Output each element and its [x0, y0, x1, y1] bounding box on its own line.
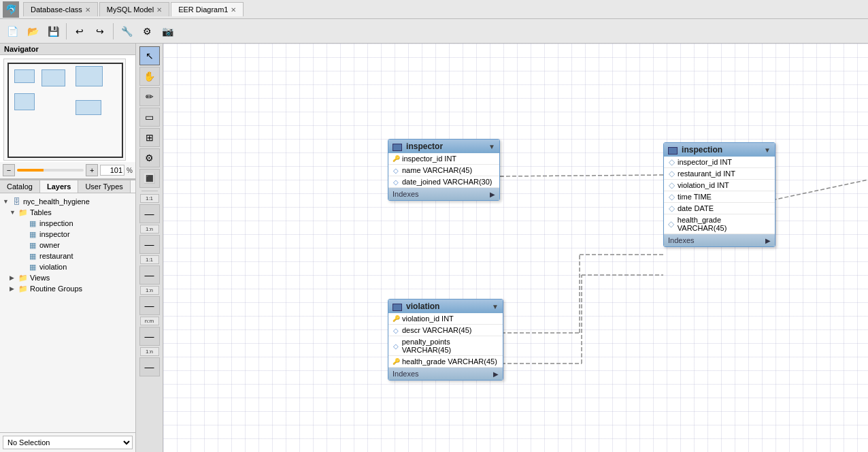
tool-palette: ↖ ✋ ✏ ▭ ⊞ ⚙ 🔳 1:1 — 1:n — 1:1 — 1:n — n:…: [136, 44, 163, 452]
redo-button[interactable]: ↪: [90, 22, 110, 41]
tab-database-class[interactable]: Database-class ✕: [23, 2, 98, 16]
layers-tab[interactable]: Layers: [40, 180, 78, 193]
rel-1-nc-tool[interactable]: —: [139, 357, 160, 376]
properties-button[interactable]: 🔧: [117, 22, 136, 41]
col-label: health_grade VARCHAR(45): [678, 216, 771, 232]
indexes-arrow: ▶: [765, 237, 771, 244]
col-time: ◇ time TIME: [664, 191, 775, 203]
table-header-violation[interactable]: violation ▼: [388, 300, 503, 313]
view-tool[interactable]: ⊞: [139, 128, 160, 147]
tab-eer-diagram[interactable]: EER Diagram1 ✕: [171, 2, 244, 16]
tree-inspector[interactable]: ▦ inspector: [0, 229, 135, 240]
selection-bar: No Selection: [0, 432, 135, 452]
tree-routine-groups[interactable]: ▶ 📁 Routine Groups: [0, 283, 135, 294]
expand-icon: ▼: [3, 198, 10, 205]
navigator-panel: Navigator − + 101 %: [0, 44, 135, 180]
zoom-bar: − + 101 %: [0, 162, 135, 179]
user-types-tab-label: User Types: [85, 182, 122, 191]
views-icon: 📁: [18, 273, 28, 282]
circle-icon: ◇: [668, 182, 675, 189]
table-expand-inspection[interactable]: ▼: [764, 146, 771, 154]
layer-tool[interactable]: 🔳: [139, 169, 160, 188]
tree-violation[interactable]: ▦ violation: [0, 261, 135, 272]
table-tool[interactable]: ▭: [139, 108, 160, 127]
indexes-label: Indexes: [393, 190, 419, 198]
tree-restaurant[interactable]: ▦ restaurant: [0, 251, 135, 261]
rel-1-nb-tool[interactable]: —: [139, 296, 160, 315]
connectors-layer: [163, 44, 868, 452]
tab-mysql-model[interactable]: MySQL Model ✕: [99, 2, 169, 16]
col-health-grade: ◇ health_grade VARCHAR(45): [664, 214, 775, 234]
expand-icon: ▼: [10, 209, 16, 216]
routine-tool[interactable]: ⚙: [139, 148, 160, 167]
indexes-label: Indexes: [668, 236, 695, 244]
selection-dropdown[interactable]: No Selection: [3, 436, 133, 449]
col-label: health_grade VARCHAR(45): [402, 357, 497, 366]
views-label: Views: [30, 274, 50, 282]
save-button[interactable]: 💾: [44, 22, 63, 41]
eraser-tool[interactable]: ✏: [139, 87, 160, 106]
col-label: restaurant_id INT: [678, 170, 735, 178]
tree-label: violation: [39, 263, 67, 271]
col-inspector-id: ◇ inspector_id INT: [664, 157, 775, 168]
tree-label: restaurant: [39, 252, 73, 260]
table-expand-violation[interactable]: ▼: [492, 303, 499, 310]
rel-1-n-tool[interactable]: —: [139, 235, 160, 254]
tab-close-icon[interactable]: ✕: [156, 6, 162, 14]
expand-icon: [19, 263, 26, 270]
rel-1-1b-tool[interactable]: —: [139, 265, 160, 285]
user-types-tab[interactable]: User Types: [78, 180, 130, 193]
indexes-arrow: ▶: [493, 370, 499, 378]
pan-tool[interactable]: ✋: [139, 67, 160, 86]
options-button[interactable]: ⚙: [137, 22, 156, 41]
tree-inspection[interactable]: ▦ inspection: [0, 218, 135, 229]
tree-owner[interactable]: ▦ owner: [0, 240, 135, 251]
col-name: ◇ name VARCHAR(45): [388, 165, 499, 176]
indexes-inspection[interactable]: Indexes ▶: [664, 234, 775, 246]
col-health-grade: 🔑 health_grade VARCHAR(45): [388, 356, 503, 368]
layers-tab-label: Layers: [47, 182, 71, 191]
col-label: violation_id INT: [402, 314, 454, 323]
indexes-violation[interactable]: Indexes ▶: [388, 368, 503, 380]
eer-table-inspector[interactable]: inspector ▼ 🔑 inspector_id INT ◇ name VA…: [388, 139, 500, 201]
tree-root[interactable]: ▼ 🗄 nyc_health_hygiene: [0, 196, 135, 207]
zoom-value[interactable]: 101: [100, 165, 124, 176]
zoom-percent: %: [127, 167, 133, 174]
navigator-header: Navigator: [0, 44, 135, 55]
col-penalty: ◇ penalty_points VARCHAR(45): [388, 336, 503, 356]
diamond-icon: ◇: [393, 167, 399, 174]
catalog-tab[interactable]: Catalog: [0, 180, 40, 193]
tree-views[interactable]: ▶ 📁 Views: [0, 272, 135, 283]
eer-table-violation[interactable]: violation ▼ 🔑 violation_id INT ◇ descr V…: [388, 299, 503, 381]
zoom-out-button[interactable]: −: [3, 164, 15, 176]
select-tool[interactable]: ↖: [139, 46, 160, 65]
new-button[interactable]: 📄: [3, 22, 22, 41]
svg-line-8: [772, 176, 868, 200]
table-icon: ▦: [28, 219, 37, 228]
rel-1-1-tool[interactable]: —: [139, 204, 160, 223]
tables-icon: 📁: [18, 208, 28, 217]
zoom-in-button[interactable]: +: [86, 164, 98, 176]
navigator-canvas[interactable]: [0, 55, 135, 162]
table-header-inspector[interactable]: inspector ▼: [388, 140, 499, 153]
table-expand-inspector[interactable]: ▼: [488, 143, 495, 150]
eer-table-inspection[interactable]: inspection ▼ ◇ inspector_id INT ◇ restau…: [663, 142, 775, 247]
expand-icon: ▶: [10, 285, 16, 292]
table-icon: ▦: [28, 240, 37, 250]
toolbar-separator: [113, 23, 114, 39]
tab-close-icon[interactable]: ✕: [231, 6, 236, 14]
rel-n-m-label: n:m: [140, 317, 159, 325]
circle-icon: ◇: [668, 170, 675, 177]
expand-icon: [19, 220, 26, 227]
tab-close-icon[interactable]: ✕: [85, 6, 90, 14]
tree-tables[interactable]: ▼ 📁 Tables: [0, 207, 135, 218]
rel-1-1b-label: 1:1: [140, 255, 159, 264]
eer-canvas[interactable]: inspector ▼ 🔑 inspector_id INT ◇ name VA…: [163, 44, 868, 452]
undo-button[interactable]: ↩: [70, 22, 89, 41]
table-header-inspection[interactable]: inspection ▼: [664, 143, 775, 157]
indexes-inspector[interactable]: Indexes ▶: [388, 188, 499, 200]
rel-nm-tool[interactable]: —: [139, 327, 160, 346]
zoom-slider[interactable]: [17, 169, 84, 172]
screenshot-button[interactable]: 📷: [158, 22, 177, 41]
open-button[interactable]: 📂: [23, 22, 42, 41]
